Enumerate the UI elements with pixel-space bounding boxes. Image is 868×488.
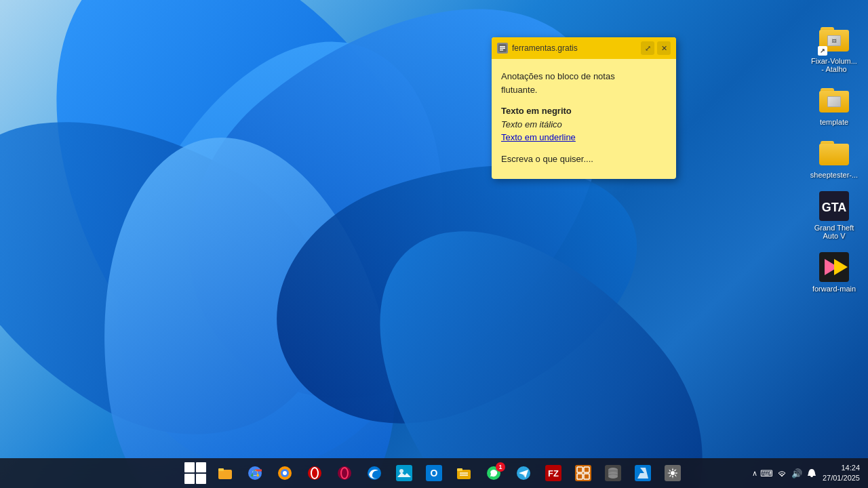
svg-point-44 (608, 474, 618, 479)
svg-point-16 (283, 471, 287, 475)
sticky-expand-button[interactable]: ⤢ (641, 41, 654, 55)
tray-chevron-icon[interactable]: ∧ (752, 469, 757, 478)
desktop-icon-gta5[interactable]: GTA Grand Theft Auto V (807, 187, 861, 243)
sticky-note-title: ferramentas.gratis (512, 43, 578, 53)
template-label: template (820, 118, 848, 126)
taskbar-app-whatsapp[interactable]: 1 (480, 460, 507, 486)
forward-main-icon (818, 251, 850, 283)
windows-logo-icon (184, 462, 206, 484)
taskbar-app-file-manager2[interactable] (450, 460, 477, 486)
sticky-note-content: Anotações no bloco de notas flutuante. T… (492, 59, 676, 179)
svg-text:O: O (431, 468, 438, 479)
system-clock[interactable]: 14:24 27/01/2025 (823, 463, 860, 484)
desktop: 🖼 ↗ Fixar-Volum... - Atalho template (0, 0, 868, 488)
taskbar-app-database[interactable] (599, 460, 627, 486)
forward-main-label: forward-main (812, 285, 856, 293)
svg-rect-8 (500, 49, 503, 51)
gta5-label: Grand Theft Auto V (810, 224, 859, 240)
taskbar-app-outlook[interactable]: O (420, 460, 448, 486)
taskbar-app-capture[interactable] (570, 460, 597, 486)
azure-icon (634, 464, 652, 482)
note-line-2: flutuante. (501, 83, 667, 97)
clock-time: 14:24 (823, 463, 860, 473)
taskbar-app-explorer[interactable] (212, 460, 239, 486)
taskbar-app-edge[interactable] (361, 460, 388, 486)
file-explorer-icon (216, 464, 234, 482)
svg-rect-22 (396, 465, 412, 481)
keyboard-icon[interactable]: ⌨ (762, 468, 772, 479)
filezilla-icon: FZ (545, 464, 562, 482)
photos-icon (395, 464, 413, 482)
sticky-note-window: ferramentas.gratis ⤢ ✕ Anotações no bloc… (492, 37, 676, 179)
opera-gx-icon (336, 464, 353, 482)
note-bold-text: Texto em negrito (501, 104, 667, 118)
wifi-icon[interactable] (776, 468, 787, 479)
start-button[interactable] (182, 460, 209, 486)
file-manager2-icon (455, 464, 473, 482)
taskbar-app-opera-gx[interactable] (331, 460, 358, 486)
taskbar: O (0, 458, 868, 488)
note-line-1: Anotações no bloco de notas (501, 70, 667, 83)
sticky-titlebar-left: ferramentas.gratis (497, 43, 578, 54)
note-separator-1 (501, 96, 667, 104)
taskbar-app-photos[interactable] (391, 460, 418, 486)
note-placeholder-text: Escreva o que quiser.... (501, 152, 667, 166)
edge-icon (366, 464, 383, 482)
svg-text:FZ: FZ (548, 468, 559, 479)
taskbar-app-telegram[interactable] (510, 460, 537, 486)
telegram-icon (515, 464, 532, 482)
note-separator-2 (501, 144, 667, 152)
settings-icon (664, 464, 682, 482)
fixar-volume-label: Fixar-Volum... - Atalho (810, 57, 859, 73)
taskbar-app-settings[interactable] (659, 460, 686, 486)
svg-rect-27 (457, 468, 462, 471)
sheeptester-icon (818, 137, 850, 169)
taskbar-app-filezilla[interactable]: FZ (540, 460, 567, 486)
volume-icon[interactable]: 🔊 (791, 468, 802, 479)
desktop-icons: 🖼 ↗ Fixar-Volum... - Atalho template (807, 20, 861, 296)
svg-rect-7 (500, 48, 505, 49)
svg-rect-26 (457, 470, 471, 479)
note-underline-text: Texto em underline (501, 131, 667, 144)
sticky-note-controls: ⤢ ✕ (641, 41, 671, 55)
firefox-icon (276, 464, 294, 482)
svg-rect-6 (500, 46, 505, 47)
notification-icon[interactable] (806, 468, 817, 479)
sheeptester-label: sheeptester-... (810, 171, 858, 179)
shortcut-arrow-icon: ↗ (818, 46, 827, 56)
taskbar-app-opera[interactable] (301, 460, 328, 486)
svg-rect-10 (218, 468, 224, 471)
desktop-icon-forward-main[interactable]: forward-main (807, 248, 861, 296)
taskbar-app-chrome[interactable] (241, 460, 269, 486)
sticky-app-icon (497, 43, 508, 54)
fixar-volume-icon: 🖼 ↗ (818, 23, 850, 56)
taskbar-right: ∧ ⌨ 🔊 14:24 (752, 463, 860, 484)
outlook-icon: O (425, 464, 443, 482)
desktop-icon-fixar-volume[interactable]: 🖼 ↗ Fixar-Volum... - Atalho (807, 20, 861, 76)
system-tray: ∧ ⌨ 🔊 (752, 468, 817, 479)
note-italic-text: Texto em itálico (501, 118, 667, 131)
database-icon (604, 464, 622, 482)
svg-text:GTA: GTA (822, 201, 847, 214)
taskbar-app-firefox[interactable] (271, 460, 298, 486)
desktop-icon-template[interactable]: template (807, 81, 861, 129)
opera-icon (306, 464, 323, 482)
whatsapp-badge: 1 (496, 462, 505, 472)
clock-date: 27/01/2025 (823, 473, 860, 483)
taskbar-app-azure[interactable] (629, 460, 656, 486)
svg-point-13 (253, 471, 258, 476)
sticky-note-titlebar[interactable]: ferramentas.gratis ⤢ ✕ (492, 37, 676, 59)
desktop-icon-sheeptester[interactable]: sheeptester-... (807, 134, 861, 182)
svg-point-48 (671, 471, 675, 475)
chrome-icon (246, 464, 264, 482)
svg-rect-9 (218, 470, 232, 479)
template-icon (818, 84, 850, 117)
taskbar-center: O (182, 460, 686, 486)
screen-capture-icon (574, 464, 592, 482)
sticky-close-button[interactable]: ✕ (657, 41, 671, 55)
gta5-icon: GTA (818, 190, 850, 222)
